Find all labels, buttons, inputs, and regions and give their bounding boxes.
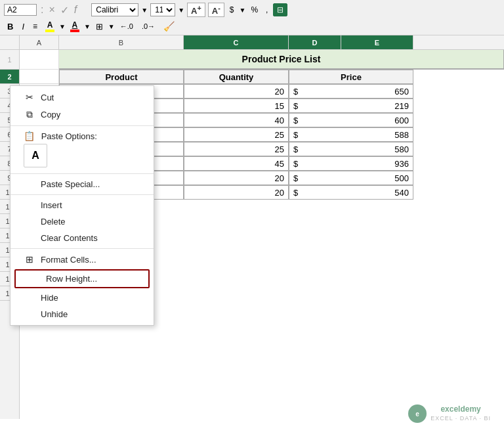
toolbar-row2: B I ≡ A ▼ A ▼ ⊞ ▼ ←.0 .0→ 🧹 [4,19,500,33]
font-dropdown-arrow: ▼ [141,7,148,14]
header-quantity: Quantity [184,70,289,84]
price-value-0: 650 [303,87,409,97]
formula-fx: f [74,4,77,16]
dollar-sign-btn[interactable]: $ [227,3,237,16]
col-header-corner [0,35,19,50]
cell-price-4: $ 580 [289,142,413,156]
increase-font-btn[interactable]: A+ [187,3,205,17]
cell-quantity-6: 20 [184,171,289,185]
watermark: e exceldemy EXCEL · DATA · BI [408,404,491,423]
menu-paste-special[interactable]: Paste Special... [10,176,154,192]
col-headers-row: A B C D E [20,35,504,50]
col-header-a: A [20,35,59,49]
header-product: Product [59,70,184,84]
price-value-1: 219 [303,101,409,111]
menu-format-cells[interactable]: ⊞ Format Cells... [10,251,154,268]
hide-label: Hide [41,293,58,303]
menu-clear-contents[interactable]: Clear Contents [10,230,154,246]
clear-format-btn[interactable]: 🧹 [160,19,178,33]
formula-sep3: ✓ [60,4,69,16]
price-symbol-0: $ [293,87,298,97]
cell-price-7: $ 540 [289,185,413,200]
formula-sep: : [41,4,43,16]
cell-price-5: $ 936 [289,156,413,171]
highlight-color-btn[interactable]: A [43,19,57,33]
font-size-dropdown-arrow: ▼ [178,7,184,14]
cell-price-6: $ 500 [289,171,413,185]
header-price: Price [289,70,413,84]
percent-btn[interactable]: % [248,3,261,16]
formula-sep2: × [49,4,54,16]
font-color-btn[interactable]: A [68,19,82,33]
font-family-select[interactable]: Calibri [91,3,138,16]
wrap-text-btn[interactable]: ⊟ [273,3,287,16]
context-menu: ✂ Cut ⧉ Copy 📋 Paste Options: A Paste Sp… [10,85,154,326]
paste-btn[interactable]: A [24,144,47,167]
paste-icon-row: A [24,144,140,167]
price-symbol-4: $ [293,144,298,154]
font-color-bar [70,30,79,32]
cell-quantity-0: 20 [184,84,289,98]
col-header-b: B [59,35,184,49]
font-size-select[interactable]: 11 [150,3,175,16]
increase-decimal-btn[interactable]: .0→ [138,20,158,32]
highlight-color-bar [45,30,54,32]
col-header-e: E [341,35,413,49]
menu-unhide[interactable]: Unhide [10,306,154,322]
bold-btn[interactable]: B [4,20,16,33]
price-value-7: 540 [303,188,409,198]
cell-price-3: $ 588 [289,127,413,142]
menu-divider-2 [10,173,154,174]
name-box[interactable] [4,4,37,16]
paste-special-label: Paste Special... [41,179,100,189]
copy-icon: ⧉ [24,109,35,120]
cell-price-2: $ 600 [289,113,413,127]
price-symbol-1: $ [293,101,298,111]
cell-price-0: $ 650 [289,84,413,98]
price-symbol-7: $ [293,188,298,198]
menu-cut[interactable]: ✂ Cut [10,89,154,106]
menu-insert[interactable]: Insert [10,197,154,213]
menu-row-height[interactable]: Row Height... [14,269,150,288]
watermark-text: exceldemy EXCEL · DATA · BI [430,404,491,422]
cell-quantity-2: 40 [184,113,289,127]
cut-label: Cut [41,93,54,102]
menu-delete[interactable]: Delete [10,213,154,230]
menu-copy[interactable]: ⧉ Copy [10,106,154,123]
price-value-4: 580 [303,144,409,154]
row-height-label: Row Height... [46,274,97,284]
dropdown-arrow-dollar: ▼ [239,7,245,14]
format-cells-icon: ⊞ [24,254,35,265]
cell-a1 [20,50,59,70]
comma-btn[interactable]: , [263,3,270,16]
row-header-2: 2 [0,70,19,84]
cell-price-1: $ 219 [289,98,413,113]
col-header-c: C [184,35,289,49]
decrease-font-btn[interactable]: A- [208,3,224,17]
highlight-a-label: A [47,20,53,30]
cell-a2 [20,70,59,84]
cell-quantity-4: 25 [184,142,289,156]
paste-options-section: 📋 Paste Options: A [10,128,154,171]
title-row: Product Price List [20,50,504,70]
cell-quantity-3: 25 [184,127,289,142]
price-symbol-3: $ [293,130,298,140]
title-cell: Product Price List [59,50,504,70]
paste-icon: 📋 [24,131,35,141]
clear-contents-label: Clear Contents [41,233,98,243]
format-cells-label: Format Cells... [41,255,96,265]
borders-btn[interactable]: ≡ [30,20,41,33]
row-header-1: 1 [0,50,19,70]
borders-grid-btn[interactable]: ⊞ [93,20,106,33]
cell-quantity-5: 45 [184,156,289,171]
price-value-6: 500 [303,173,409,183]
header-row: Product Quantity Price [20,70,504,84]
font-color-a-label: A [72,20,78,30]
price-symbol-5: $ [293,159,298,169]
menu-hide[interactable]: Hide [10,290,154,306]
cell-quantity-1: 15 [184,98,289,113]
italic-btn[interactable]: I [18,20,28,33]
decrease-decimal-btn[interactable]: ←.0 [117,20,136,32]
borders-dropdown: ▼ [108,23,115,30]
highlight-dropdown: ▼ [59,23,66,30]
